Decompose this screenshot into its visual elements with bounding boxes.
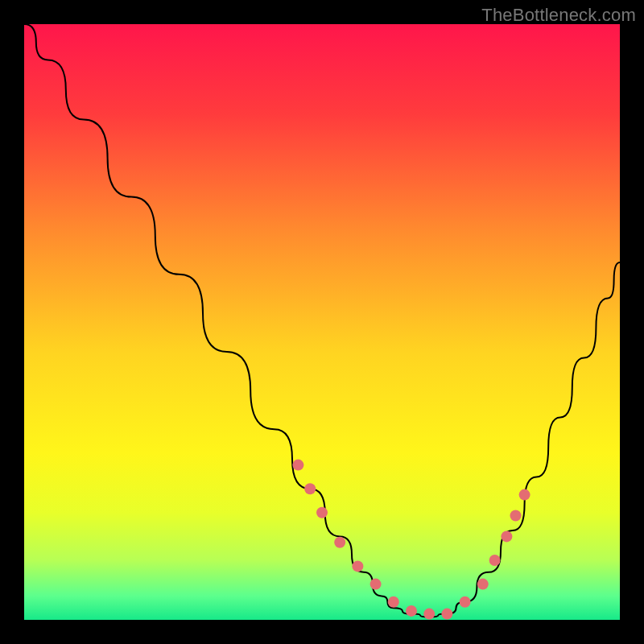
highlight-dot [501, 530, 512, 542]
curve-path [24, 24, 620, 617]
highlight-dot [304, 483, 316, 494]
highlight-dot [316, 507, 328, 518]
plot-area [24, 24, 620, 620]
highlight-dot [460, 597, 471, 608]
highlight-dot [441, 609, 452, 620]
highlight-dot [292, 460, 303, 471]
highlight-dot [406, 605, 417, 617]
highlight-dot [489, 555, 501, 566]
highlight-dot [477, 579, 489, 590]
highlight-dot [423, 609, 435, 620]
highlight-dots [292, 460, 530, 620]
highlight-dot [352, 560, 363, 572]
highlight-dot [510, 510, 522, 522]
highlight-dot [519, 489, 530, 501]
watermark: TheBottleneck.com [481, 5, 636, 26]
chart-stage: TheBottleneck.com [0, 0, 644, 644]
highlight-dot [370, 579, 382, 590]
highlight-dot [388, 597, 399, 608]
highlight-dot [334, 537, 345, 548]
bottleneck-curve [24, 24, 620, 620]
